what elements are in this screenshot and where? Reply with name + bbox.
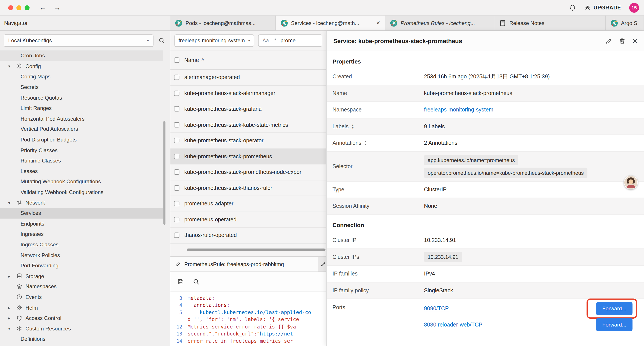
- namespace-link[interactable]: freeleaps-monitoring-system: [424, 107, 493, 113]
- table-row[interactable]: prometheus-adapter: [170, 196, 326, 212]
- editor-tab-next[interactable]: [318, 257, 326, 271]
- sidebar-item-secrets[interactable]: Secrets: [0, 82, 163, 92]
- row-checkbox[interactable]: [174, 75, 179, 80]
- avatar[interactable]: [624, 175, 638, 189]
- code-line: 14error rate in freeleaps metrics ser: [173, 338, 326, 345]
- port-link[interactable]: 9090/TCP: [424, 306, 449, 312]
- row-checkbox[interactable]: [174, 106, 179, 111]
- sidebar-item-services[interactable]: Services: [0, 208, 163, 218]
- sidebar-item-cron-jobs[interactable]: Cron Jobs: [0, 50, 163, 61]
- row-checkbox[interactable]: [174, 122, 179, 127]
- maximize-window-button[interactable]: [24, 5, 29, 10]
- table-row[interactable]: kube-prometheus-stack-prometheus: [170, 149, 326, 164]
- save-icon[interactable]: [177, 278, 184, 285]
- port-forward-button[interactable]: Forward...: [596, 318, 632, 331]
- close-window-button[interactable]: [8, 5, 13, 10]
- sidebar-item-pod-disruption-budgets[interactable]: Pod Disruption Budgets: [0, 134, 163, 145]
- kubeconfig-selector[interactable]: Local Kubeconfigs ▾: [4, 34, 154, 46]
- row-checkbox[interactable]: [174, 185, 179, 191]
- service-name: thanos-ruler-operated: [184, 232, 237, 238]
- sidebar-item-access-control[interactable]: ▸Access Control: [0, 313, 163, 323]
- sidebar-item-label: Port Forwarding: [20, 263, 58, 269]
- expand-toggle-icon[interactable]: ▲▼: [364, 140, 367, 146]
- upgrade-button[interactable]: UPGRADE: [584, 4, 621, 11]
- sidebar-item-definitions[interactable]: Definitions: [0, 334, 163, 344]
- table-row[interactable]: kube-prometheus-stack-prometheus-node-ex…: [170, 164, 326, 180]
- port-link[interactable]: 8080:reloader-web/TCP: [424, 322, 482, 328]
- drawer-row-value: 9090/TCPForward...8080:reloader-web/TCPF…: [424, 299, 644, 333]
- tab-prometheus[interactable]: Prometheus Rules - icecheng...: [385, 15, 494, 30]
- yaml-editor[interactable]: 3metadata:4 annotations:5 kubectl.kubern…: [170, 292, 326, 346]
- sidebar-item-events[interactable]: Events: [0, 292, 163, 303]
- row-checkbox[interactable]: [174, 138, 179, 143]
- drawer-row-label: Annotations▲▼: [332, 140, 424, 146]
- minimize-window-button[interactable]: [16, 5, 21, 10]
- edit-button[interactable]: [605, 37, 612, 44]
- sidebar-item-limit-ranges[interactable]: Limit Ranges: [0, 103, 163, 113]
- sidebar-item-ingresses[interactable]: Ingresses: [0, 229, 163, 239]
- select-all-checkbox[interactable]: [174, 57, 179, 62]
- sidebar-item-custom-resources[interactable]: ▾Custom Resources: [0, 323, 163, 334]
- table-row[interactable]: alertmanager-operated: [170, 70, 326, 85]
- notifications-bell-icon[interactable]: [569, 4, 576, 11]
- navigator-header: Navigator: [0, 15, 170, 30]
- drawer-row-label: Namespace: [332, 107, 424, 113]
- delete-button[interactable]: [619, 37, 625, 44]
- search-input[interactable]: Aa .* prome: [258, 34, 322, 46]
- tab-pods[interactable]: Pods - icecheng@mathmas...: [170, 15, 276, 30]
- sidebar-item-endpoints[interactable]: Endpoints: [0, 218, 163, 229]
- sidebar-item-namespaces[interactable]: Namespaces: [0, 281, 163, 292]
- horizontal-scrollbar[interactable]: [187, 249, 326, 251]
- table-row[interactable]: kube-prometheus-stack-grafana: [170, 101, 326, 117]
- search-icon[interactable]: [193, 278, 200, 285]
- tab-close-icon[interactable]: ×: [376, 20, 380, 26]
- table-row[interactable]: kube-prometheus-stack-alertmanager: [170, 85, 326, 101]
- sidebar-item-helm[interactable]: ▸Helm: [0, 303, 163, 313]
- sidebar-item-validating-webhook-configurations[interactable]: Validating Webhook Configurations: [0, 187, 163, 197]
- sidebar-item-network-policies[interactable]: Network Policies: [0, 250, 163, 260]
- table-row[interactable]: kube-prometheus-stack-kube-state-metrics: [170, 117, 326, 133]
- sidebar-item-runtime-classes[interactable]: Runtime Classes: [0, 155, 163, 166]
- forward-button[interactable]: →: [54, 3, 61, 11]
- sidebar-item-config[interactable]: ▾Config: [0, 61, 163, 71]
- tab-release[interactable]: Release Notes: [494, 15, 606, 30]
- row-checkbox[interactable]: [174, 233, 179, 238]
- table-row[interactable]: thanos-ruler-operated: [170, 228, 326, 243]
- sidebar-item-vertical-pod-autoscalers[interactable]: Vertical Pod Autoscalers: [0, 124, 163, 134]
- editor-tab[interactable]: PrometheusRule: freeleaps-prod-rabbitmq: [170, 257, 318, 271]
- match-case-toggle[interactable]: Aa: [262, 37, 269, 43]
- sidebar-item-mutating-webhook-configurations[interactable]: Mutating Webhook Configurations: [0, 176, 163, 187]
- back-button[interactable]: ←: [40, 3, 46, 11]
- sidebar-item-priority-classes[interactable]: Priority Classes: [0, 145, 163, 155]
- row-checkbox[interactable]: [174, 154, 179, 159]
- expand-toggle-icon[interactable]: ▲▼: [351, 124, 354, 129]
- search-icon[interactable]: [158, 37, 165, 43]
- close-drawer-button[interactable]: ×: [632, 36, 638, 45]
- row-checkbox[interactable]: [174, 90, 179, 96]
- sidebar-item-label: Runtime Classes: [20, 157, 61, 164]
- tab-services[interactable]: Services - icecheng@math...×: [276, 15, 385, 30]
- sidebar-item-network[interactable]: ▾Network: [0, 197, 163, 208]
- sidebar-item-storage[interactable]: ▸Storage: [0, 271, 163, 281]
- notification-count-badge[interactable]: 15: [629, 3, 639, 12]
- sidebar-item-ingress-classes[interactable]: Ingress Classes: [0, 239, 163, 250]
- name-column-header[interactable]: Name ^: [184, 57, 204, 63]
- namespace-filter[interactable]: freeleaps-monitoring-system ▾: [174, 34, 254, 46]
- drawer-row-label: Name: [332, 90, 424, 96]
- row-checkbox[interactable]: [174, 169, 179, 175]
- line-number: 13: [173, 331, 188, 337]
- table-row[interactable]: prometheus-operated: [170, 212, 326, 228]
- sidebar-item-port-forwarding[interactable]: Port Forwarding: [0, 260, 163, 271]
- sidebar-item-config-maps[interactable]: Config Maps: [0, 71, 163, 82]
- row-checkbox[interactable]: [174, 217, 179, 222]
- port-forward-button[interactable]: Forward...: [596, 302, 632, 315]
- regex-toggle[interactable]: .*: [273, 37, 276, 43]
- table-row[interactable]: kube-prometheus-stack-operator: [170, 133, 326, 149]
- sidebar-item-horizontal-pod-autoscalers[interactable]: Horizontal Pod Autoscalers: [0, 113, 163, 124]
- sidebar-item-leases[interactable]: Leases: [0, 166, 163, 176]
- sidebar-item-resource-quotas[interactable]: Resource Quotas: [0, 92, 163, 103]
- row-checkbox[interactable]: [174, 201, 179, 206]
- sidebar-scrollbar[interactable]: [163, 121, 165, 225]
- table-row[interactable]: kube-prometheus-stack-thanos-ruler: [170, 180, 326, 196]
- tab-argo[interactable]: Argo S: [606, 15, 644, 30]
